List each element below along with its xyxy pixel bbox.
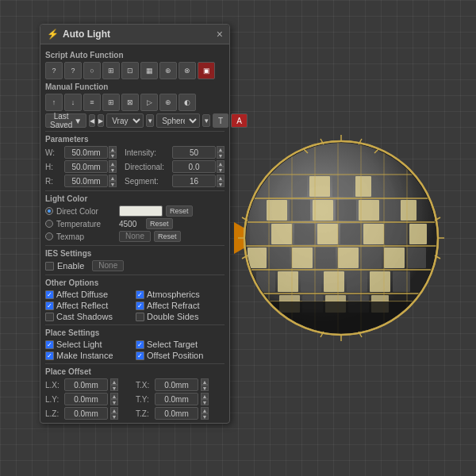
manual-btn-4[interactable]: ⊞ <box>102 94 120 111</box>
tx-up[interactable]: ▲ <box>201 378 209 385</box>
select-light-checkbox[interactable]: ✓ <box>45 340 54 349</box>
ies-enable-checkbox[interactable] <box>45 262 54 271</box>
script-btn-9[interactable]: ▣ <box>198 62 215 79</box>
ty-up[interactable]: ▲ <box>201 393 209 399</box>
affect-refract-checkbox[interactable]: ✓ <box>136 301 144 310</box>
temp-reset-btn[interactable]: Reset <box>146 218 173 229</box>
dir-up[interactable]: ▲ <box>217 160 225 167</box>
dir-down[interactable]: ▼ <box>217 167 225 173</box>
place-section-label: Place Settings <box>45 328 225 337</box>
ly-input[interactable] <box>64 393 108 405</box>
renderer-arrow[interactable]: ▼ <box>146 114 154 127</box>
lx-up[interactable]: ▲ <box>110 378 118 385</box>
script-btn-1[interactable]: ? <box>45 62 63 79</box>
tz-input[interactable] <box>155 407 198 420</box>
ly-up[interactable]: ▲ <box>110 393 118 399</box>
select-target-checkbox[interactable]: ✓ <box>136 340 144 349</box>
offset-position-checkbox[interactable]: ✓ <box>136 351 144 360</box>
w-down[interactable]: ▼ <box>109 152 117 159</box>
direct-color-radio[interactable] <box>45 207 53 215</box>
tz-down[interactable]: ▼ <box>201 413 209 420</box>
script-btn-2[interactable]: ? <box>64 62 82 79</box>
h-up[interactable]: ▲ <box>109 160 117 167</box>
last-saved-button[interactable]: Last Saved ▼ <box>45 113 86 128</box>
intensity-input[interactable] <box>172 146 216 159</box>
panel-body: Script Auto Function ? ? ○ ⊞ ⊡ ▦ ⊕ ⊗ ▣ M… <box>40 44 229 423</box>
manual-btn-3[interactable]: ≡ <box>83 94 101 111</box>
script-btn-5[interactable]: ⊡ <box>121 62 139 79</box>
lx-input[interactable] <box>64 378 108 391</box>
lz-up[interactable]: ▲ <box>110 407 118 413</box>
atmospherics-checkbox[interactable]: ✓ <box>136 290 144 299</box>
script-section-label: Script Auto Function <box>45 51 225 60</box>
shape-arrow[interactable]: ▼ <box>202 114 210 127</box>
script-btn-4[interactable]: ⊞ <box>102 62 120 79</box>
ly-down[interactable]: ▼ <box>110 399 118 405</box>
texmap-radio[interactable] <box>45 232 53 240</box>
param-r-input[interactable] <box>64 175 108 187</box>
t-button[interactable]: T <box>213 113 228 128</box>
manual-btn-8[interactable]: ◐ <box>178 94 196 111</box>
h-down[interactable]: ▼ <box>109 167 117 173</box>
ly-spin: ▲ ▼ <box>110 393 118 405</box>
tx-input[interactable] <box>155 378 198 391</box>
temperature-radio[interactable] <box>45 220 53 228</box>
svg-rect-15 <box>359 200 379 221</box>
lz-down[interactable]: ▼ <box>110 413 118 420</box>
affect-diffuse-checkbox[interactable]: ✓ <box>45 290 54 299</box>
right-btn[interactable]: ▶ <box>98 114 104 127</box>
make-instance-checkbox[interactable]: ✓ <box>45 351 54 360</box>
r-up[interactable]: ▲ <box>109 175 117 181</box>
seg-up[interactable]: ▲ <box>217 175 225 181</box>
select-light-label: Select Light <box>56 340 102 349</box>
param-h-input[interactable] <box>64 160 108 173</box>
tz-up[interactable]: ▲ <box>201 407 209 413</box>
script-toolbar: ? ? ○ ⊞ ⊡ ▦ ⊕ ⊗ ▣ <box>45 62 225 79</box>
left-btn[interactable]: ◀ <box>89 114 95 127</box>
param-w-input[interactable] <box>64 146 108 159</box>
shape-select[interactable]: Sphere <box>156 113 200 128</box>
intensity-down[interactable]: ▼ <box>217 152 225 159</box>
manual-btn-6[interactable]: ▷ <box>140 94 158 111</box>
lx-down[interactable]: ▼ <box>110 385 118 391</box>
affect-reflect-checkbox[interactable]: ✓ <box>45 301 54 310</box>
tx-down[interactable]: ▼ <box>201 385 209 391</box>
r-down[interactable]: ▼ <box>109 181 117 187</box>
svg-rect-11 <box>267 200 287 221</box>
script-btn-3[interactable]: ○ <box>83 62 101 79</box>
segment-input[interactable] <box>172 175 216 187</box>
texmap-reset-btn[interactable]: Reset <box>154 231 181 242</box>
manual-btn-7[interactable]: ⊕ <box>159 94 177 111</box>
manual-btn-1[interactable]: ↑ <box>45 94 63 111</box>
renderer-select[interactable]: Vray <box>106 113 144 128</box>
tx-row: T.X: ▲ ▼ <box>136 378 225 391</box>
close-button[interactable]: × <box>217 29 223 40</box>
script-btn-6[interactable]: ▦ <box>140 62 158 79</box>
param-h-row: H: ▲ ▼ Directional: ▲ ▼ <box>45 160 225 173</box>
texmap-none: None <box>119 231 151 242</box>
seg-down[interactable]: ▼ <box>217 181 225 187</box>
ty-down[interactable]: ▼ <box>201 399 209 405</box>
intensity-up[interactable]: ▲ <box>217 146 225 152</box>
options-grid: ✓ Affect Diffuse ✓ Atmospherics ✓ Affect… <box>45 290 225 321</box>
manual-btn-5[interactable]: ⊠ <box>121 94 139 111</box>
manual-toolbar: ↑ ↓ ≡ ⊞ ⊠ ▷ ⊕ ◐ <box>45 94 225 111</box>
lz-input[interactable] <box>64 407 108 420</box>
temperature-row: Temperature 4500 Reset <box>45 218 225 229</box>
param-w-row: W: ▲ ▼ Intensity: ▲ ▼ <box>45 146 225 159</box>
manual-btn-2[interactable]: ↓ <box>64 94 82 111</box>
script-btn-7[interactable]: ⊕ <box>159 62 177 79</box>
w-up[interactable]: ▲ <box>109 146 117 152</box>
cast-shadows-checkbox[interactable] <box>45 313 54 321</box>
svg-rect-21 <box>271 224 292 244</box>
svg-rect-26 <box>386 224 407 244</box>
script-btn-8[interactable]: ⊗ <box>178 62 196 79</box>
ty-input[interactable] <box>155 393 198 405</box>
color-swatch[interactable] <box>119 205 163 217</box>
divider-2 <box>45 190 225 191</box>
direct-reset-btn[interactable]: Reset <box>166 205 193 217</box>
directional-input[interactable] <box>172 160 216 173</box>
renderer-row: Last Saved ▼ ◀ ▶ Vray ▼ Sphere ▼ T A <box>45 113 225 128</box>
divider-5 <box>45 324 225 325</box>
double-sides-checkbox[interactable] <box>136 313 144 321</box>
